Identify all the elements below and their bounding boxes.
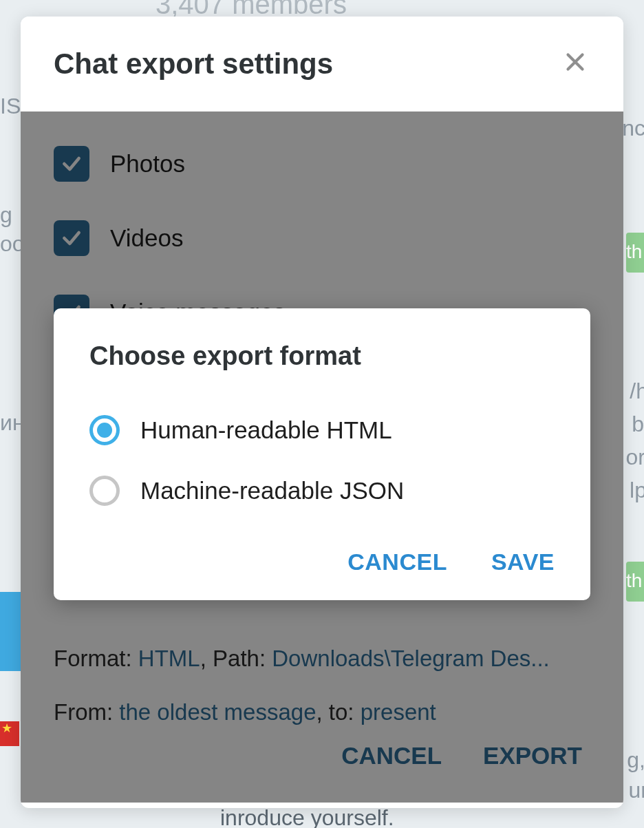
flag-icon <box>0 721 19 746</box>
bg-frag: lp <box>630 478 644 503</box>
bg-frag: inroduce yourself. <box>220 805 394 828</box>
format-option-html[interactable]: Human-readable HTML <box>89 400 555 460</box>
bg-message-bubble: th <box>626 562 644 602</box>
radio-label: Machine-readable JSON <box>140 477 404 505</box>
radio-unselected[interactable] <box>89 476 120 506</box>
radio-label: Human-readable HTML <box>140 416 392 444</box>
bg-frag: g <box>0 202 12 228</box>
dialog-header: Chat export settings <box>21 17 623 112</box>
bg-frag: g, <box>627 747 644 773</box>
radio-selected[interactable] <box>89 415 120 445</box>
dialog-title: Chat export settings <box>54 47 333 81</box>
dialog-body: Photos Videos Voice messages Format: HTM… <box>21 112 623 803</box>
export-settings-dialog: Chat export settings Photos Videos <box>21 17 623 808</box>
bg-text: th <box>626 570 642 592</box>
sub-dialog-title: Choose export format <box>89 341 555 371</box>
bg-selection <box>0 592 21 671</box>
bg-frag: nc <box>622 116 644 141</box>
close-button[interactable] <box>560 47 590 81</box>
bg-frag: IS <box>0 94 21 119</box>
sub-cancel-button[interactable]: CANCEL <box>347 549 447 575</box>
bg-frag: or <box>626 445 644 470</box>
sub-dialog-actions: CANCEL SAVE <box>89 549 555 575</box>
bg-frag: ur <box>629 778 644 803</box>
sub-save-button[interactable]: SAVE <box>491 549 555 575</box>
format-option-json[interactable]: Machine-readable JSON <box>89 460 555 521</box>
bg-frag: /h <box>630 379 644 404</box>
export-format-dialog: Choose export format Human-readable HTML… <box>54 308 590 600</box>
bg-message-bubble: th <box>626 233 644 273</box>
close-icon <box>563 50 588 74</box>
bg-text: th <box>626 241 642 263</box>
bg-frag: b <box>632 412 644 437</box>
